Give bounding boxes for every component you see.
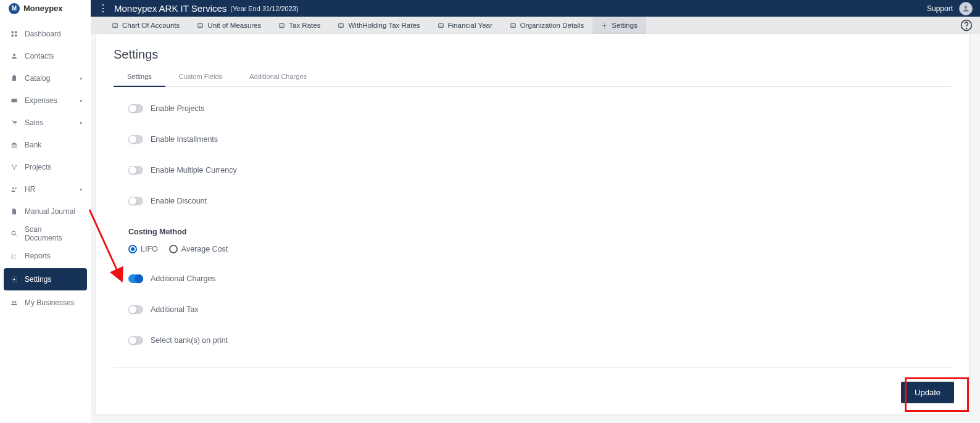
sub-tab-settings[interactable]: Settings bbox=[114, 69, 165, 86]
toggle-switch[interactable] bbox=[128, 104, 143, 113]
sidebar-item-projects[interactable]: Projects bbox=[0, 156, 91, 178]
user-avatar[interactable] bbox=[959, 2, 973, 15]
toggle-switch[interactable] bbox=[128, 336, 143, 345]
sidebar-item-label: Projects bbox=[25, 163, 51, 171]
sidebar-item-label: Bank bbox=[25, 141, 41, 149]
sidebar-item-contacts[interactable]: Contacts bbox=[0, 45, 91, 67]
sidebar-item-label: Contacts bbox=[25, 52, 54, 60]
toggle-switch[interactable] bbox=[128, 197, 143, 205]
sidebar-item-label: Reports bbox=[25, 252, 51, 260]
sidebar-item-settings[interactable]: Settings bbox=[4, 268, 87, 290]
company-title: Moneypex ARK IT Services bbox=[114, 3, 226, 14]
svg-rect-14 bbox=[16, 145, 17, 147]
svg-rect-2 bbox=[15, 31, 17, 34]
toolbar-item-settings[interactable]: Settings bbox=[592, 17, 646, 34]
sidebar-item-label: My Businesses bbox=[25, 298, 75, 307]
menu-kebab-icon[interactable]: ⋮ bbox=[98, 2, 106, 14]
sidebar-item-sales[interactable]: Sales▾ bbox=[0, 112, 91, 134]
toggle-switch[interactable] bbox=[128, 135, 143, 144]
sub-tab-additional-charges[interactable]: Additional Charges bbox=[236, 69, 320, 86]
gear-icon bbox=[601, 22, 608, 29]
sidebar-item-label: Scan Documents bbox=[25, 225, 81, 242]
svg-point-18 bbox=[14, 168, 15, 170]
sidebar-item-label: Manual Journal bbox=[25, 207, 75, 216]
toolbar-item-unit-of-measures[interactable]: Unit of Measures bbox=[188, 17, 270, 34]
toggle-row-select-bank-s-on-print: Select bank(s) on print bbox=[128, 336, 952, 345]
chart-icon bbox=[10, 252, 19, 260]
sidebar-item-reports[interactable]: Reports bbox=[0, 245, 91, 267]
brand-logo-icon: M bbox=[9, 3, 20, 14]
svg-rect-3 bbox=[12, 35, 14, 37]
toolbar-item-withholding-tax-rates[interactable]: WithHolding Tax Rates bbox=[329, 17, 428, 34]
toolbar-item-organization-details[interactable]: Organization Details bbox=[501, 17, 593, 34]
svg-point-19 bbox=[12, 187, 14, 189]
list-icon bbox=[112, 22, 118, 29]
withhold-icon bbox=[338, 22, 344, 29]
sidebar-item-scan-documents[interactable]: Scan Documents bbox=[0, 223, 91, 245]
toolbar-item-label: WithHolding Tax Rates bbox=[348, 22, 420, 29]
toggle-row-additional-charges: Additional Charges bbox=[128, 274, 952, 283]
grid-icon bbox=[10, 30, 19, 38]
sub-tabs: SettingsCustom FieldsAdditional Charges bbox=[114, 69, 952, 87]
people-icon bbox=[10, 186, 19, 193]
sidebar-item-dashboard[interactable]: Dashboard bbox=[0, 23, 91, 45]
toggle-row-additional-tax: Additional Tax bbox=[128, 305, 952, 314]
brand-name: Moneypex bbox=[23, 4, 63, 13]
svg-rect-26 bbox=[113, 23, 117, 27]
sidebar-item-bank[interactable]: Bank bbox=[0, 134, 91, 156]
toggle-switch[interactable] bbox=[128, 274, 143, 283]
person-icon bbox=[961, 4, 970, 13]
toggle-row-enable-discount: Enable Discount bbox=[128, 197, 952, 205]
toggle-label: Enable Discount bbox=[151, 197, 207, 205]
toggle-switch[interactable] bbox=[128, 305, 143, 314]
toolbar-item-financial-year[interactable]: Financial Year bbox=[429, 17, 501, 34]
svg-point-24 bbox=[12, 301, 14, 303]
toggle-label: Enable Multiple Currency bbox=[151, 166, 237, 175]
svg-point-16 bbox=[12, 165, 13, 166]
radio-average-cost[interactable]: Average Cost bbox=[169, 245, 228, 253]
svg-rect-9 bbox=[12, 100, 17, 101]
sidebar-item-expenses[interactable]: Expenses▾ bbox=[0, 89, 91, 112]
chevron-down-icon: ▾ bbox=[80, 76, 82, 81]
toolbar-item-tax-rates[interactable]: Tax Rates bbox=[270, 17, 329, 34]
toggle-label: Additional Charges bbox=[151, 274, 216, 283]
calendar-icon bbox=[438, 22, 444, 29]
toolbar-item-label: Financial Year bbox=[448, 22, 492, 29]
cart-icon bbox=[10, 119, 19, 126]
toggle-switch[interactable] bbox=[128, 166, 143, 175]
search-icon bbox=[10, 230, 19, 237]
sidebar-item-manual-journal[interactable]: Manual Journal bbox=[0, 200, 91, 223]
costing-method-radios: LIFOAverage Cost bbox=[128, 245, 952, 253]
svg-point-20 bbox=[15, 187, 17, 189]
svg-point-11 bbox=[15, 125, 17, 126]
svg-rect-13 bbox=[14, 145, 15, 147]
toggle-label: Enable Installments bbox=[151, 135, 218, 144]
group-icon bbox=[10, 299, 19, 306]
radio-label: LIFO bbox=[141, 245, 158, 253]
projects-icon bbox=[10, 163, 19, 171]
radio-lifo[interactable]: LIFO bbox=[128, 245, 158, 253]
sub-tab-custom-fields[interactable]: Custom Fields bbox=[165, 69, 236, 86]
svg-rect-38 bbox=[438, 23, 442, 27]
toolbar-item-label: Chart Of Accounts bbox=[122, 22, 180, 29]
svg-rect-35 bbox=[339, 23, 343, 27]
toolbar-item-label: Tax Rates bbox=[289, 22, 320, 29]
chevron-down-icon: ▾ bbox=[80, 187, 82, 192]
chevron-down-icon: ▾ bbox=[80, 120, 82, 126]
sidebar-item-catalog[interactable]: Catalog▾ bbox=[0, 67, 91, 89]
help-icon[interactable] bbox=[958, 17, 975, 34]
toolbar-item-label: Organization Details bbox=[520, 22, 584, 29]
toolbar-item-chart-of-accounts[interactable]: Chart Of Accounts bbox=[103, 17, 188, 34]
sidebar-item-my-businesses[interactable]: My Businesses bbox=[0, 292, 91, 314]
svg-rect-7 bbox=[14, 75, 15, 76]
sidebar-item-label: Dashboard bbox=[25, 30, 61, 38]
svg-rect-32 bbox=[280, 23, 284, 27]
update-button[interactable]: Update bbox=[901, 382, 954, 403]
svg-rect-29 bbox=[198, 23, 202, 27]
main-panel: Settings SettingsCustom FieldsAdditional… bbox=[96, 34, 969, 414]
sidebar-item-hr[interactable]: HR▾ bbox=[0, 178, 91, 200]
svg-line-22 bbox=[15, 235, 17, 237]
svg-point-5 bbox=[13, 54, 15, 56]
clipboard-icon bbox=[10, 75, 19, 82]
support-link[interactable]: Support bbox=[927, 4, 953, 13]
